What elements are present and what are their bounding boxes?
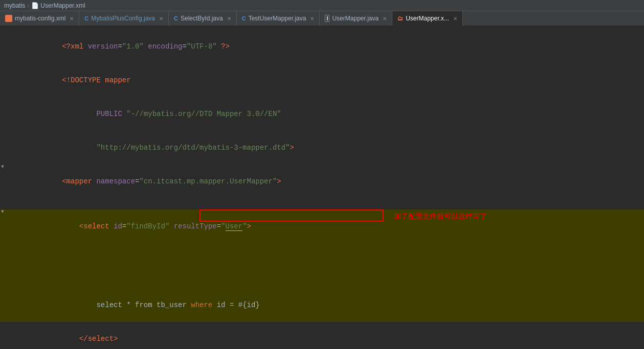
line-content-7: <select id="findById" resultType="User">… — [26, 210, 644, 288]
line-content-1: <?xml version="1.0" encoding="UTF-8" ?> — [26, 30, 644, 63]
code-line-9: </select> — [0, 322, 644, 349]
tab-label-testusermapper: TestUserMapper.java — [249, 15, 306, 22]
code-line-6 — [0, 198, 644, 210]
tab-usermapper-xml[interactable]: 🗂 UserMapper.x... ✕ — [392, 11, 463, 26]
fold-arrow-7: ▼ — [1, 206, 7, 213]
tab-bar: mybatis-config.xml ✕ C MybatisPlusConfig… — [0, 11, 644, 27]
tab-close-mybatisplus[interactable]: ✕ — [159, 16, 163, 21]
code-line-8: select * from tb_user where id = #{id} — [0, 288, 644, 322]
tab-icon-mybatisplus: C — [84, 15, 88, 21]
editor-content: <?xml version="1.0" encoding="UTF-8" ?> … — [0, 27, 644, 349]
breadcrumb-project: mybatis — [4, 2, 25, 9]
tab-close-mybatis-config[interactable]: ✕ — [70, 16, 74, 21]
tab-label-usermapper-xml: UserMapper.x... — [406, 15, 449, 22]
tab-close-usermapper-xml[interactable]: ✕ — [453, 16, 457, 21]
code-line-7: ▼ <select id="findById" resultType="User… — [0, 210, 644, 288]
code-line-2: <!DOCTYPE mapper — [0, 63, 644, 97]
annotation-top: 加了配置文件就可以这样写了 — [394, 211, 487, 222]
breadcrumb-sep: › — [27, 2, 29, 9]
red-box-top — [199, 210, 384, 222]
tab-testusermapper[interactable]: C TestUserMapper.java ✕ — [237, 11, 320, 26]
line-content-4: "http://mybatis.org/dtd/mybatis-3-mapper… — [26, 131, 644, 165]
breadcrumb-file: 📄 — [31, 2, 39, 9]
tab-close-selectbyid[interactable]: ✕ — [227, 16, 231, 21]
code-line-1: <?xml version="1.0" encoding="UTF-8" ?> — [0, 30, 644, 63]
tab-label-usermapper-java: UserMapper.java — [332, 15, 379, 22]
line-content-5: <mapper namespace="cn.itcast.mp.mapper.U… — [26, 165, 644, 198]
line-content-9: </select> — [26, 322, 644, 349]
line-content-3: PUBLIC "-//mybatis.org//DTD Mapper 3.0//… — [26, 97, 644, 131]
xml-decl-rest — [83, 42, 87, 51]
breadcrumb-bar: mybatis › 📄 UserMapper.xml — [0, 0, 644, 11]
line-content-6 — [26, 198, 644, 210]
tab-label-mybatis-config: mybatis-config.xml — [15, 15, 65, 22]
tab-icon-usermapper-xml: 🗂 — [397, 15, 403, 21]
tab-mybatis-config[interactable]: mybatis-config.xml ✕ — [0, 11, 79, 26]
tab-icon-testusermapper: C — [242, 15, 246, 21]
tab-mybatisplus-config[interactable]: C MybatisPlusConfig.java ✕ — [79, 11, 169, 26]
tab-label-selectbyid: SelectById.java — [181, 15, 223, 22]
tab-selectbyid[interactable]: C SelectById.java ✕ — [169, 11, 237, 26]
breadcrumb-file-name: UserMapper.xml — [40, 2, 85, 9]
tab-close-testusermapper[interactable]: ✕ — [310, 16, 314, 21]
line-content-2: <!DOCTYPE mapper — [26, 63, 644, 97]
tab-icon-xml — [5, 15, 12, 22]
line-content-8: select * from tb_user where id = #{id} — [26, 288, 644, 322]
tab-icon-usermapper-java: I — [325, 15, 329, 22]
xml-decl: <?xml — [62, 42, 83, 51]
fold-arrow-5: ▼ — [1, 161, 7, 168]
editor: <?xml version="1.0" encoding="UTF-8" ?> … — [0, 27, 644, 349]
code-line-3: PUBLIC "-//mybatis.org//DTD Mapper 3.0//… — [0, 97, 644, 131]
tab-close-usermapper-java[interactable]: ✕ — [383, 16, 387, 21]
tab-label-mybatisplus: MybatisPlusConfig.java — [91, 15, 155, 22]
xml-attr-version: version — [88, 42, 118, 51]
code-line-4: "http://mybatis.org/dtd/mybatis-3-mapper… — [0, 131, 644, 165]
tab-icon-selectbyid: C — [174, 15, 178, 21]
tab-usermapper-java[interactable]: I UserMapper.java ✕ — [320, 11, 392, 26]
code-line-5: ▼ <mapper namespace="cn.itcast.mp.mapper… — [0, 165, 644, 198]
